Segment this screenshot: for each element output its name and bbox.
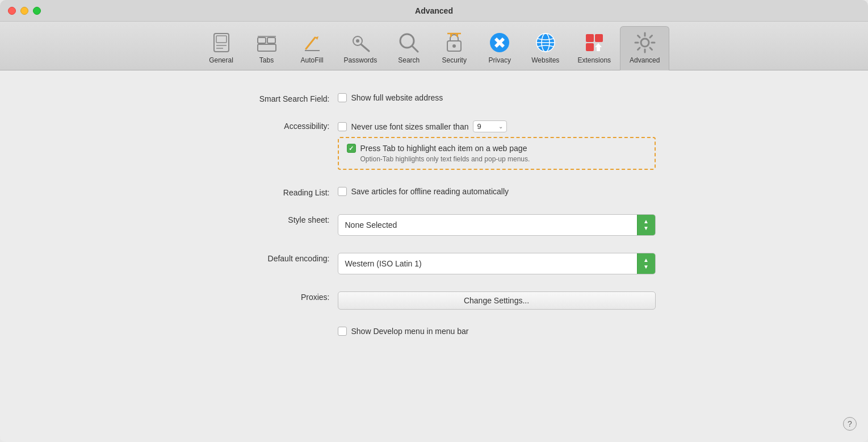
svg-line-15 xyxy=(412,46,418,52)
press-tab-checkbox-row: Press Tab to highlight each item on a we… xyxy=(347,144,647,153)
toolbar-item-websites[interactable]: Websites xyxy=(522,27,568,70)
default-encoding-control: Western (ISO Latin 1) ▲ ▼ xyxy=(338,253,656,274)
svg-line-36 xyxy=(650,48,652,50)
reading-list-checkbox-row: Save articles for offline reading automa… xyxy=(338,187,656,196)
toolbar-item-security[interactable]: Security xyxy=(431,27,477,70)
svg-rect-5 xyxy=(267,37,275,43)
svg-point-30 xyxy=(641,39,649,47)
toolbar-item-advanced[interactable]: Advanced xyxy=(620,26,669,70)
svg-rect-27 xyxy=(595,34,603,42)
default-encoding-dropdown-btn[interactable]: ▲ ▼ xyxy=(637,253,655,274)
privacy-icon xyxy=(488,31,511,54)
font-size-row: Never use font sizes smaller than 9 ⌄ xyxy=(338,120,656,132)
extensions-icon xyxy=(583,31,606,54)
toolbar-label-general: General xyxy=(209,56,233,64)
svg-rect-26 xyxy=(586,34,594,42)
style-sheet-value: None Selected xyxy=(338,216,637,234)
smart-search-checkbox-row: Show full website address xyxy=(338,93,656,102)
toolbar-label-security: Security xyxy=(442,56,467,64)
proxies-control: Change Settings... xyxy=(338,291,656,310)
maximize-button[interactable] xyxy=(33,7,41,15)
toolbar-item-tabs[interactable]: Tabs xyxy=(244,27,290,70)
develop-menu-checkbox-row: Show Develop menu in menu bar xyxy=(338,327,656,336)
svg-line-38 xyxy=(638,48,640,50)
style-sheet-label: Style sheet: xyxy=(213,214,338,224)
accessibility-control: Never use font sizes smaller than 9 ⌄ Pr… xyxy=(338,120,656,170)
font-size-value: 9 xyxy=(477,122,481,131)
press-tab-label: Press Tab to highlight each item on a we… xyxy=(360,144,527,153)
tabs-icon xyxy=(255,31,278,54)
style-sheet-arrow-down: ▼ xyxy=(643,226,649,231)
toolbar-item-privacy[interactable]: Privacy xyxy=(477,27,522,70)
encoding-arrow-down: ▼ xyxy=(643,264,649,270)
toolbar-label-advanced: Advanced xyxy=(630,56,660,64)
svg-rect-7 xyxy=(258,44,276,51)
font-size-select[interactable]: 9 ⌄ xyxy=(473,120,507,132)
toolbar-item-passwords[interactable]: Passwords xyxy=(335,27,387,70)
svg-rect-28 xyxy=(586,43,594,51)
option-tab-hint: Option-Tab highlights only text fields a… xyxy=(347,155,647,163)
websites-icon xyxy=(534,31,557,54)
develop-menu-label: Show Develop menu in menu bar xyxy=(351,327,469,336)
proxies-row: Proxies: Change Settings... xyxy=(213,291,656,310)
svg-point-20 xyxy=(452,44,456,48)
settings-content: Smart Search Field: Show full website ad… xyxy=(0,70,868,442)
help-button[interactable]: ? xyxy=(843,417,857,431)
reading-list-checkbox-label: Save articles for offline reading automa… xyxy=(351,187,509,196)
settings-grid: Smart Search Field: Show full website ad… xyxy=(179,93,690,336)
default-encoding-dropdown[interactable]: Western (ISO Latin 1) ▲ ▼ xyxy=(338,253,656,274)
window: Advanced General xyxy=(0,0,868,442)
toolbar-label-privacy: Privacy xyxy=(489,56,511,64)
change-settings-button[interactable]: Change Settings... xyxy=(338,291,656,310)
toolbar-item-search[interactable]: Search xyxy=(386,27,431,70)
title-bar: Advanced xyxy=(0,0,868,22)
never-use-font-checkbox[interactable] xyxy=(338,122,347,131)
toolbar-item-autofill[interactable]: AutoFill xyxy=(290,27,335,70)
close-button[interactable] xyxy=(8,7,16,15)
encoding-arrow-up: ▲ xyxy=(643,257,649,263)
window-title: Advanced xyxy=(415,6,453,15)
search-icon xyxy=(397,31,420,54)
style-sheet-control: None Selected ▲ ▼ xyxy=(338,214,656,236)
never-use-font-label: Never use font sizes smaller than xyxy=(351,122,469,131)
autofill-icon xyxy=(301,31,324,54)
style-sheet-arrow-up: ▲ xyxy=(643,219,649,224)
svg-line-12 xyxy=(361,44,369,51)
reading-list-checkbox[interactable] xyxy=(338,187,347,196)
minimize-button[interactable] xyxy=(20,7,28,15)
develop-menu-empty-label xyxy=(213,327,338,328)
svg-point-13 xyxy=(356,39,359,43)
toolbar-item-extensions[interactable]: Extensions xyxy=(568,27,620,70)
traffic-lights xyxy=(8,7,41,15)
passwords-icon xyxy=(349,31,372,54)
default-encoding-value: Western (ISO Latin 1) xyxy=(338,255,637,273)
toolbar-label-search: Search xyxy=(398,56,420,64)
toolbar-label-tabs: Tabs xyxy=(259,56,274,64)
smart-search-checkbox-label: Show full website address xyxy=(351,93,443,102)
toolbar: General Tabs Au xyxy=(0,22,868,70)
reading-list-label: Reading List: xyxy=(213,187,338,197)
toolbar-label-websites: Websites xyxy=(531,56,559,64)
svg-rect-1 xyxy=(216,36,227,43)
svg-rect-29 xyxy=(597,47,600,51)
press-tab-box: Press Tab to highlight each item on a we… xyxy=(338,137,656,170)
style-sheet-dropdown[interactable]: None Selected ▲ ▼ xyxy=(338,214,656,236)
smart-search-field-label: Smart Search Field: xyxy=(213,93,338,103)
toolbar-label-passwords: Passwords xyxy=(344,56,378,64)
smart-search-checkbox[interactable] xyxy=(338,93,347,102)
svg-line-37 xyxy=(650,36,652,38)
accessibility-row: Accessibility: Never use font sizes smal… xyxy=(213,120,656,170)
toolbar-label-autofill: AutoFill xyxy=(301,56,324,64)
reading-list-control: Save articles for offline reading automa… xyxy=(338,187,656,196)
svg-rect-4 xyxy=(258,37,266,43)
style-sheet-row: Style sheet: None Selected ▲ ▼ xyxy=(213,214,656,236)
toolbar-item-general[interactable]: General xyxy=(199,27,244,70)
smart-search-field-control: Show full website address xyxy=(338,93,656,102)
accessibility-label: Accessibility: xyxy=(213,120,338,131)
proxies-label: Proxies: xyxy=(213,291,338,302)
develop-menu-row: Show Develop menu in menu bar xyxy=(213,327,656,336)
press-tab-checkbox[interactable] xyxy=(347,144,356,153)
default-encoding-row: Default encoding: Western (ISO Latin 1) … xyxy=(213,253,656,274)
style-sheet-dropdown-btn[interactable]: ▲ ▼ xyxy=(637,215,655,235)
develop-menu-checkbox[interactable] xyxy=(338,327,347,336)
